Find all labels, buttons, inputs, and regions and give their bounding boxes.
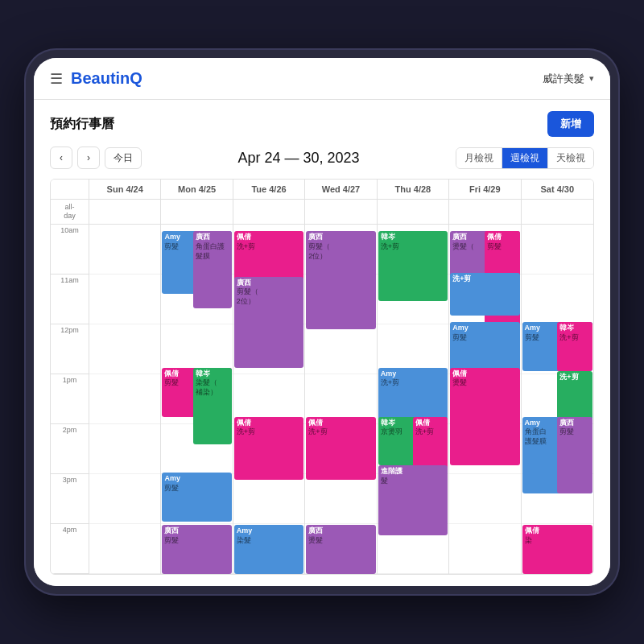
all-day-label: all-day xyxy=(51,200,89,224)
col-header-fri: Fri 4/29 xyxy=(449,180,521,199)
all-day-wed xyxy=(305,200,377,224)
event-sat-3[interactable]: 洗+剪 xyxy=(557,371,592,420)
event-fri-3[interactable]: 洗+剪 xyxy=(450,273,519,315)
col-header-wed: Wed 4/27 xyxy=(305,180,377,199)
thu-12 xyxy=(378,324,448,374)
col-header-tue: Tue 4/26 xyxy=(233,180,305,199)
day-col-thu: 韓岑 洗+剪 Amy 洗+剪 韓岑 京燙羽 xyxy=(378,225,449,574)
time-grid: 10am 11am 12pm 1pm 2pm 3pm 4pm xyxy=(51,225,593,574)
event-sat-6[interactable]: 佩倩 染 xyxy=(522,525,592,574)
event-thu-5[interactable]: 進階護 髮 xyxy=(378,465,448,535)
time-11am: 11am xyxy=(51,275,89,324)
time-3pm: 3pm xyxy=(51,474,89,524)
user-name: 威許美髮 xyxy=(543,72,584,86)
col-header-sat: Sat 4/30 xyxy=(522,180,593,199)
menu-icon[interactable]: ☰ xyxy=(50,70,63,88)
app-header: ☰ BeautinQ 威許美髮 ▾ xyxy=(34,58,610,100)
calendar-grid: Sun 4/24 Mon 4/25 Tue 4/26 Wed 4/27 Thu … xyxy=(50,179,594,575)
header-left: ☰ BeautinQ xyxy=(50,69,142,88)
time-2pm: 2pm xyxy=(51,424,89,474)
day-col-sat: Amy 剪髮 韓岑 洗+剪 洗+剪 Amy xyxy=(522,225,593,574)
event-tue-2[interactable]: 廣西 剪髮（ 2位） xyxy=(234,277,303,368)
screen: ☰ BeautinQ 威許美髮 ▾ 預約行事曆 新增 ‹ › 今日 xyxy=(34,58,610,586)
mon-12 xyxy=(161,324,232,374)
event-sat-5[interactable]: 廣西 剪髮 xyxy=(557,417,592,494)
event-wed-1[interactable]: 廣西 剪髮（ 2位） xyxy=(306,231,375,329)
date-range: Apr 24 — 30, 2023 xyxy=(237,150,359,167)
all-day-sat xyxy=(522,200,593,224)
event-mon-5[interactable]: Amy 剪髮 xyxy=(162,473,231,522)
sun-4 xyxy=(89,524,160,574)
sat-11 xyxy=(522,275,593,324)
event-thu-1[interactable]: 韓岑 洗+剪 xyxy=(378,231,448,301)
sun-2 xyxy=(89,424,160,474)
nav-left: ‹ › 今日 xyxy=(50,147,142,169)
fri-3 xyxy=(449,474,520,524)
wed-3 xyxy=(305,474,376,524)
col-header-sun: Sun 4/24 xyxy=(89,180,161,199)
calendar-header: Sun 4/24 Mon 4/25 Tue 4/26 Wed 4/27 Thu … xyxy=(51,180,593,200)
all-day-thu xyxy=(378,200,449,224)
event-fri-4[interactable]: Amy 剪髮 xyxy=(450,322,519,371)
sun-3 xyxy=(89,474,160,524)
main-content: 預約行事曆 新增 ‹ › 今日 Apr 24 — 30, 2023 月檢視 週檢… xyxy=(34,100,610,586)
header-right: 威許美髮 ▾ xyxy=(543,72,594,86)
day-col-wed: 廣西 剪髮（ 2位） 佩倩 洗+剪 廣西 燙髮 xyxy=(305,225,377,574)
tue-3 xyxy=(233,474,304,524)
event-thu-2[interactable]: Amy 洗+剪 xyxy=(378,368,448,424)
chevron-down-icon[interactable]: ▾ xyxy=(589,73,594,84)
all-day-mon xyxy=(161,200,233,224)
event-wed-3[interactable]: 廣西 燙髮 xyxy=(306,525,375,574)
tablet-frame: ☰ BeautinQ 威許美髮 ▾ 預約行事曆 新增 ‹ › 今日 xyxy=(24,48,620,596)
event-mon-4[interactable]: 韓岑 染髮（ 補染） xyxy=(193,368,232,445)
all-day-fri xyxy=(449,200,521,224)
sun-11 xyxy=(89,275,160,324)
time-12pm: 12pm xyxy=(51,324,89,374)
calendar-nav: ‹ › 今日 Apr 24 — 30, 2023 月檢視 週檢視 天檢視 xyxy=(50,147,594,169)
fri-4 xyxy=(449,524,520,574)
all-day-row: all-day xyxy=(51,200,593,225)
day-view-toggle[interactable]: 天檢視 xyxy=(547,148,593,168)
sun-12 xyxy=(89,324,160,374)
event-mon-2[interactable]: 廣西 角蛋白護 髮膜 xyxy=(193,231,232,308)
time-10am: 10am xyxy=(51,225,89,275)
page-title: 預約行事曆 xyxy=(50,116,114,133)
event-mon-6[interactable]: 廣西 剪髮 xyxy=(162,525,231,574)
event-wed-2[interactable]: 佩倩 洗+剪 xyxy=(306,417,375,480)
sun-1 xyxy=(89,374,160,424)
all-day-tue xyxy=(233,200,305,224)
next-button[interactable]: › xyxy=(77,147,100,169)
day-col-sun xyxy=(89,225,161,574)
day-col-mon: Amy 剪髮 廣西 角蛋白護 髮膜 佩倩 剪髮 xyxy=(161,225,233,574)
week-view-toggle[interactable]: 週檢視 xyxy=(502,148,547,168)
sat-10 xyxy=(522,225,593,275)
month-view-toggle[interactable]: 月檢視 xyxy=(456,148,502,168)
col-header-thu: Thu 4/28 xyxy=(378,180,449,199)
view-toggles: 月檢視 週檢視 天檢視 xyxy=(456,147,594,169)
event-fri-5[interactable]: 佩倩 燙髮 xyxy=(450,368,519,466)
event-sat-2[interactable]: 韓岑 洗+剪 xyxy=(557,322,592,371)
time-1pm: 1pm xyxy=(51,374,89,424)
today-button[interactable]: 今日 xyxy=(105,147,142,169)
day-col-fri: 廣西 燙髮（ 佩倩 剪髮 洗+剪 Amy xyxy=(449,225,521,574)
brand-name: BeautinQ xyxy=(71,69,142,88)
time-rows: 10am 11am 12pm 1pm 2pm 3pm 4pm xyxy=(51,225,593,574)
time-header-spacer xyxy=(51,180,89,199)
toolbar: 預約行事曆 新增 xyxy=(50,111,594,137)
prev-button[interactable]: ‹ xyxy=(50,147,72,169)
event-tue-4[interactable]: Amy 染髮 xyxy=(234,525,303,574)
wed-12 xyxy=(305,324,376,374)
all-day-sun xyxy=(89,200,161,224)
time-4pm: 4pm xyxy=(51,524,89,574)
sun-10 xyxy=(89,225,160,275)
col-header-mon: Mon 4/25 xyxy=(161,180,233,199)
time-labels-col: 10am 11am 12pm 1pm 2pm 3pm 4pm xyxy=(51,225,89,574)
day-col-tue: 佩倩 洗+剪 廣西 剪髮（ 2位） 佩倩 洗+剪 xyxy=(233,225,305,574)
event-tue-3[interactable]: 佩倩 洗+剪 xyxy=(234,417,303,480)
new-button[interactable]: 新增 xyxy=(547,111,594,137)
